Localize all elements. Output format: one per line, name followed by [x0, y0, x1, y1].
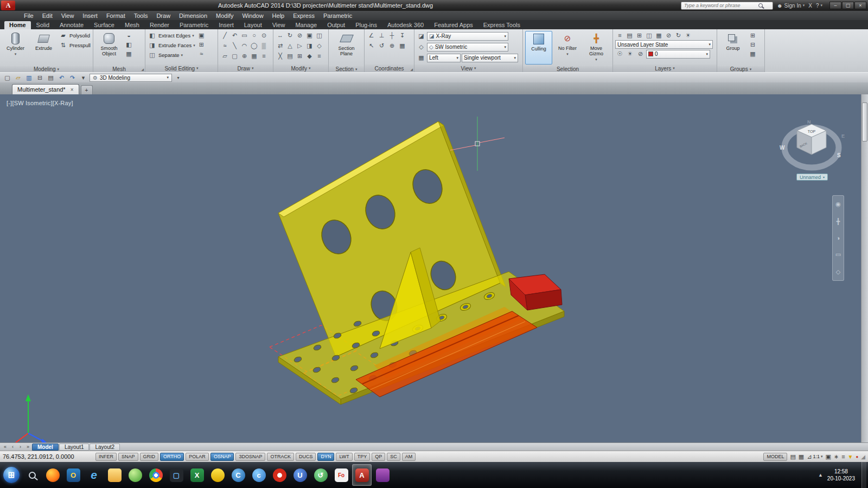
- layer-property-icon[interactable]: ☉: [615, 50, 624, 59]
- help-button[interactable]: ? ▾: [816, 3, 822, 9]
- draw-tool-icon[interactable]: ○: [250, 31, 259, 40]
- layout-tab[interactable]: Model: [32, 444, 59, 451]
- quick-access-tool[interactable]: ↶: [57, 74, 66, 82]
- menu-item[interactable]: Format: [102, 12, 130, 20]
- view-state-dropdown[interactable]: Unnamed ▾: [796, 174, 828, 181]
- menu-item[interactable]: Window: [238, 12, 267, 20]
- modify-tool-icon[interactable]: ≡: [315, 52, 324, 60]
- status-toggle[interactable]: SC: [387, 453, 400, 461]
- quick-access-tool[interactable]: ▥: [24, 74, 34, 82]
- visual-style-icon[interactable]: ◪: [417, 32, 426, 41]
- panel-launcher-icon[interactable]: ◢: [141, 67, 144, 71]
- toolbar-overflow-icon[interactable]: ▾: [174, 74, 183, 82]
- status-notification-icon[interactable]: ●: [856, 454, 858, 459]
- polysolid-button[interactable]: ▰ Polysolid: [59, 31, 91, 40]
- maximize-button[interactable]: ▢: [842, 2, 854, 9]
- ribbon-tab[interactable]: Autodesk 360: [382, 21, 429, 29]
- taskbar-app[interactable]: [43, 464, 62, 486]
- layout-tab[interactable]: Layout1: [59, 444, 90, 451]
- draw-tool-icon[interactable]: ╲: [230, 41, 239, 50]
- taskbar-app[interactable]: ⊞: [2, 464, 21, 486]
- menu-item[interactable]: Insert: [78, 12, 102, 20]
- taskbar-app[interactable]: ↺: [311, 464, 330, 486]
- navigation-tool-icon[interactable]: ◑: [837, 235, 840, 241]
- next-tab-icon[interactable]: ›: [17, 444, 24, 450]
- layout-quickview-icon[interactable]: ▤: [790, 453, 795, 460]
- status-toggle[interactable]: POLAR: [186, 453, 209, 461]
- current-layer-dropdown[interactable]: 0 ▾: [646, 50, 710, 59]
- prev-tab-icon[interactable]: ‹: [9, 444, 16, 450]
- taskbar-app[interactable]: [125, 464, 145, 486]
- modify-tool-icon[interactable]: ▷: [295, 41, 304, 50]
- draw-tool-icon[interactable]: ≈: [220, 41, 229, 50]
- draw-tool-icon[interactable]: ⊙: [259, 31, 269, 40]
- smooth-object-button[interactable]: Smooth Object: [95, 31, 123, 65]
- menu-item[interactable]: Dimension: [175, 12, 212, 20]
- status-toggle[interactable]: TPY: [354, 453, 371, 461]
- panel-label-view[interactable]: View▾: [414, 65, 522, 72]
- modify-tool-icon[interactable]: ◨: [305, 41, 314, 50]
- viewport-controls[interactable]: [-][SW Isometric][X-Ray]: [7, 100, 73, 106]
- taskbar-app[interactable]: [270, 464, 289, 486]
- quick-access-tool[interactable]: ▢: [3, 74, 12, 82]
- status-tool-icon[interactable]: ▣: [826, 453, 831, 460]
- model-space-button[interactable]: MODEL: [763, 453, 787, 461]
- section-plane-button[interactable]: Section Plane: [333, 31, 360, 65]
- status-toggle[interactable]: SNAP: [118, 453, 138, 461]
- minimize-button[interactable]: –: [829, 2, 841, 9]
- taskbar-app[interactable]: O: [63, 464, 83, 486]
- taskbar-app[interactable]: A: [352, 464, 372, 486]
- solid-editing-tool[interactable]: ◫ Separate ▾: [148, 50, 195, 60]
- group-tool-icon[interactable]: ⊟: [748, 40, 757, 49]
- modify-tool-icon[interactable]: ⊞: [295, 52, 304, 60]
- layout-quickview-icon[interactable]: ▦: [799, 453, 804, 460]
- ribbon-tab[interactable]: Featured Apps: [429, 21, 478, 29]
- help-search-box[interactable]: [681, 2, 773, 10]
- compass-north[interactable]: N: [807, 119, 811, 125]
- draw-tool-icon[interactable]: ▒: [259, 41, 269, 50]
- navigation-tool-icon[interactable]: ◇: [836, 268, 840, 275]
- ucs-tool-icon[interactable]: ┼: [387, 31, 397, 40]
- close-button[interactable]: ×: [854, 2, 866, 9]
- ribbon-tab[interactable]: Express Tools: [478, 21, 525, 29]
- no-filter-button[interactable]: ⊘ No Filter ▾: [554, 31, 581, 65]
- panel-label-modeling[interactable]: Modeling▾: [0, 66, 93, 72]
- quick-access-tool[interactable]: ▾: [79, 74, 88, 82]
- taskbar-app[interactable]: [373, 464, 392, 486]
- layer-tool-icon[interactable]: ▦: [654, 31, 663, 40]
- visual-style-dropdown[interactable]: ◪ X-Ray ▾: [427, 32, 508, 41]
- taskbar-app[interactable]: e: [84, 464, 104, 486]
- panel-label-section[interactable]: Section▾: [329, 66, 364, 72]
- ucs-tool-icon[interactable]: ↧: [398, 31, 407, 40]
- modify-tool-icon[interactable]: ◆: [305, 52, 314, 60]
- draw-tool-icon[interactable]: ⊕: [240, 52, 249, 60]
- draw-tool-icon[interactable]: ╱: [220, 31, 229, 40]
- panel-label-groups[interactable]: Groups▾: [717, 66, 764, 72]
- view-direction-dropdown[interactable]: Left ▾: [427, 54, 461, 62]
- presspull-button[interactable]: ⇅ Presspull: [59, 41, 91, 50]
- drawing-tab[interactable]: Multimeter_stand* ×: [12, 84, 79, 94]
- sign-in-button[interactable]: ☻ Sign In ▾: [777, 3, 805, 9]
- solid-editing-extra-icon[interactable]: ⊞: [197, 40, 206, 49]
- system-clock[interactable]: 12:58 20-10-2023: [827, 468, 857, 483]
- navigation-tool-icon[interactable]: ◉: [835, 201, 841, 208]
- close-tab-icon[interactable]: ×: [71, 87, 74, 93]
- modify-tool-icon[interactable]: ▤: [285, 52, 295, 60]
- panel-label-mesh[interactable]: Mesh ◢: [93, 66, 145, 72]
- ucs-tool-icon[interactable]: ∠: [367, 31, 376, 40]
- menu-item[interactable]: Parametric: [319, 12, 356, 20]
- culling-button[interactable]: Culling: [525, 31, 552, 65]
- named-view-icon[interactable]: ◇: [417, 43, 426, 52]
- ribbon-tab[interactable]: Home: [4, 21, 31, 29]
- panel-label-selection[interactable]: Selection: [523, 66, 612, 72]
- layer-property-icon[interactable]: ⊘: [636, 50, 645, 59]
- status-toggle[interactable]: LWT: [336, 453, 352, 461]
- status-toggle[interactable]: OTRACK: [267, 453, 294, 461]
- draw-tool-icon[interactable]: ▭: [240, 31, 249, 40]
- layer-tool-icon[interactable]: ▤: [625, 31, 634, 40]
- status-toggle[interactable]: DUCS: [296, 453, 316, 461]
- multimeter-stand-model[interactable]: [278, 121, 564, 404]
- taskbar-app[interactable]: [146, 464, 165, 486]
- menu-item[interactable]: Help: [268, 12, 289, 20]
- app-logo-icon[interactable]: A: [1, 1, 15, 10]
